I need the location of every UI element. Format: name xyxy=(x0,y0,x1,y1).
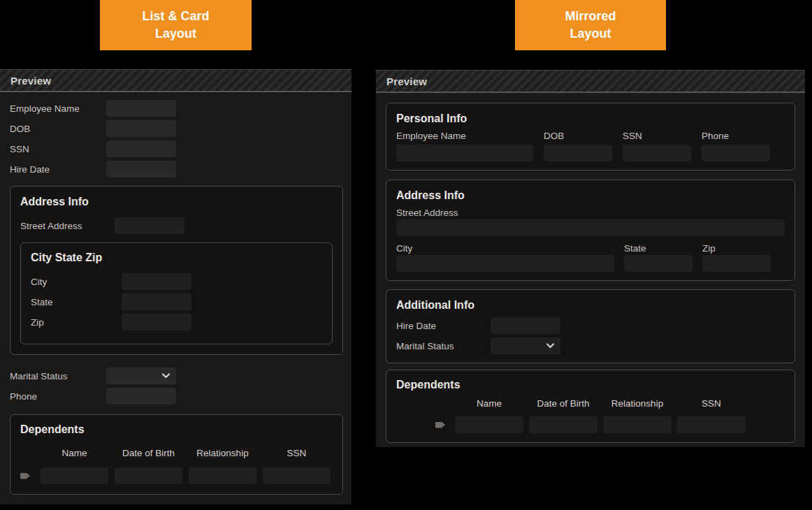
marital-status-select[interactable] xyxy=(491,337,560,354)
dep-dob-input[interactable] xyxy=(115,467,182,484)
preview-header: Preview xyxy=(0,69,351,92)
preview-body: Personal Info Employee Name DOB SSN Phon… xyxy=(376,93,805,452)
employee-name-input[interactable] xyxy=(106,100,176,117)
badge-line: Mirrored xyxy=(565,8,616,25)
employee-name-field: Employee Name xyxy=(396,131,533,161)
city-label: City xyxy=(396,243,614,254)
badge-line: Layout xyxy=(570,25,611,43)
city-field: City xyxy=(396,243,614,272)
phone-row: Phone xyxy=(10,388,343,405)
street-address-label: Street Address xyxy=(20,221,115,231)
dob-input[interactable] xyxy=(106,120,176,137)
phone-label: Phone xyxy=(702,131,770,141)
drag-handle-icon[interactable] xyxy=(20,473,30,479)
dob-input[interactable] xyxy=(544,145,612,161)
preview-body: Employee Name DOB SSN Hire Date Address … xyxy=(0,92,351,508)
state-row: State xyxy=(31,293,322,310)
dep-dob-header: Date of Birth xyxy=(115,448,182,458)
marital-status-label: Marital Status xyxy=(10,371,106,381)
zip-input[interactable] xyxy=(702,255,771,272)
dob-field: DOB xyxy=(544,131,612,161)
dependents-title: Dependents xyxy=(396,379,785,391)
hire-date-row: Hire Date xyxy=(396,317,785,334)
dep-relationship-input[interactable] xyxy=(603,416,672,433)
dep-name-header: Name xyxy=(41,448,108,458)
dependents-header-row: Name Date of Birth Relationship SSN xyxy=(20,448,333,458)
marital-status-row: Marital Status xyxy=(10,367,343,384)
address-info-title: Address Info xyxy=(396,189,785,202)
employee-name-input[interactable] xyxy=(396,145,533,161)
zip-label: Zip xyxy=(702,243,771,254)
ssn-input[interactable] xyxy=(623,145,691,161)
dep-name-header: Name xyxy=(455,398,523,409)
dependents-card: Dependents Name Date of Birth Relationsh… xyxy=(386,370,795,443)
marital-status-label: Marital Status xyxy=(396,341,491,351)
dep-name-input[interactable] xyxy=(41,467,108,484)
dob-label: DOB xyxy=(544,131,612,141)
hire-date-row: Hire Date xyxy=(10,161,343,177)
city-state-zip-card: City State Zip City State Zip xyxy=(20,242,333,344)
dep-name-input[interactable] xyxy=(455,416,523,433)
dependents-card: Dependents Name Date of Birth Relationsh… xyxy=(10,414,343,495)
employee-name-label: Employee Name xyxy=(396,131,533,141)
hire-date-label: Hire Date xyxy=(396,321,491,331)
phone-field: Phone xyxy=(702,131,770,161)
state-input[interactable] xyxy=(122,293,191,310)
preview-title: Preview xyxy=(10,75,51,87)
personal-info-title: Personal Info xyxy=(396,112,785,125)
state-label: State xyxy=(624,243,693,254)
ssn-input[interactable] xyxy=(106,140,176,157)
marital-status-select-wrap xyxy=(106,367,176,384)
marital-status-select[interactable] xyxy=(106,367,176,384)
street-address-input[interactable] xyxy=(396,219,785,236)
state-input[interactable] xyxy=(624,255,693,272)
dep-dob-header: Date of Birth xyxy=(529,398,597,409)
dep-dob-input[interactable] xyxy=(529,416,597,433)
hire-date-input[interactable] xyxy=(106,161,176,177)
city-row: City xyxy=(31,273,322,290)
marital-status-select-wrap xyxy=(491,337,560,354)
dep-relationship-input[interactable] xyxy=(189,467,256,484)
hire-date-input[interactable] xyxy=(491,317,560,334)
city-input[interactable] xyxy=(396,255,614,272)
address-info-title: Address Info xyxy=(20,196,333,208)
marital-status-row: Marital Status xyxy=(396,337,785,354)
street-address-row: Street Address xyxy=(20,217,333,234)
city-state-zip-row: City State Zip xyxy=(396,243,785,272)
personal-fields-row: Employee Name DOB SSN Phone xyxy=(396,131,785,161)
employee-name-row: Employee Name xyxy=(10,100,343,117)
employee-name-label: Employee Name xyxy=(10,103,106,114)
ssn-label: SSN xyxy=(623,131,691,141)
dependents-title: Dependents xyxy=(20,423,333,436)
additional-info-card: Additional Info Hire Date Marital Status xyxy=(386,289,795,363)
dep-ssn-input[interactable] xyxy=(263,467,331,484)
address-info-card: Address Info Street Address City State Z… xyxy=(10,186,343,355)
city-label: City xyxy=(31,277,122,287)
ssn-row: SSN xyxy=(10,140,343,157)
additional-info-title: Additional Info xyxy=(396,299,785,312)
dependents-row xyxy=(435,416,746,433)
zip-input[interactable] xyxy=(122,314,191,330)
drag-handle-icon[interactable] xyxy=(435,422,445,428)
preview-title: Preview xyxy=(386,75,427,87)
hire-date-label: Hire Date xyxy=(10,164,106,175)
state-field: State xyxy=(624,243,693,272)
dependents-header-row: Name Date of Birth Relationship SSN xyxy=(435,398,746,409)
street-address-input[interactable] xyxy=(115,217,184,234)
dob-label: DOB xyxy=(10,124,106,134)
dep-relationship-header: Relationship xyxy=(189,448,256,458)
preview-header: Preview xyxy=(376,70,805,93)
dependents-row xyxy=(20,467,333,484)
mirrored-preview-panel: Preview Personal Info Employee Name DOB … xyxy=(376,70,805,447)
phone-input[interactable] xyxy=(106,388,176,405)
dob-row: DOB xyxy=(10,120,343,137)
dep-ssn-header: SSN xyxy=(677,398,746,409)
phone-input[interactable] xyxy=(702,145,770,161)
ssn-field: SSN xyxy=(623,131,691,161)
state-label: State xyxy=(31,297,122,307)
dep-ssn-input[interactable] xyxy=(677,416,746,433)
city-input[interactable] xyxy=(122,273,191,290)
dep-relationship-header: Relationship xyxy=(603,398,672,409)
ssn-label: SSN xyxy=(10,144,106,154)
city-state-zip-title: City State Zip xyxy=(31,252,322,264)
